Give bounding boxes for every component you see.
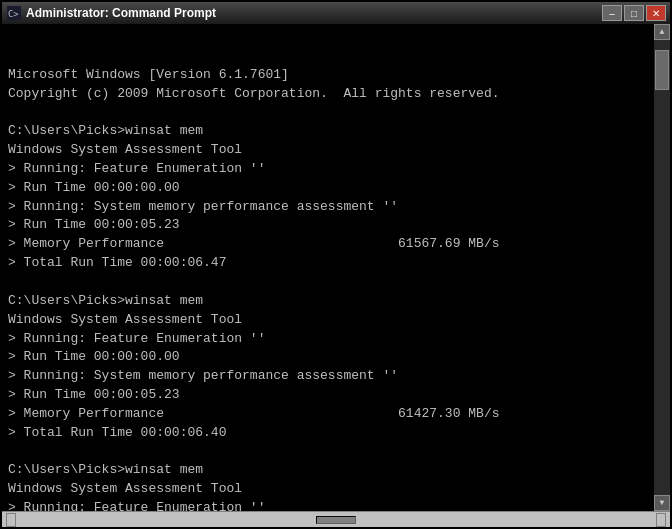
scroll-down-button[interactable]: ▼	[654, 495, 670, 511]
console-line: C:\Users\Picks>winsat mem	[8, 122, 664, 141]
title-bar-title: Administrator: Command Prompt	[26, 6, 216, 20]
console-line: > Memory Performance 61427.30 MB/s	[8, 405, 664, 424]
scroll-track[interactable]	[654, 40, 670, 495]
statusbar	[2, 511, 670, 527]
scroll-thumb[interactable]	[655, 50, 669, 90]
scrollbar[interactable]: ▲ ▼	[654, 24, 670, 511]
console-line: > Total Run Time 00:00:06.40	[8, 424, 664, 443]
console-line	[8, 103, 664, 122]
console-line: C:\Users\Picks>winsat mem	[8, 292, 664, 311]
console-line: > Memory Performance 61567.69 MB/s	[8, 235, 664, 254]
console-line: > Run Time 00:00:00.00	[8, 179, 664, 198]
console-line: C:\Users\Picks>winsat mem	[8, 461, 664, 480]
console-line: > Total Run Time 00:00:06.47	[8, 254, 664, 273]
console-line: Copyright (c) 2009 Microsoft Corporation…	[8, 85, 664, 104]
console-line: > Running: Feature Enumeration ''	[8, 330, 664, 349]
console-line: > Running: Feature Enumeration ''	[8, 499, 664, 511]
console-content: Microsoft Windows [Version 6.1.7601]Copy…	[8, 66, 664, 511]
console-line: Windows System Assessment Tool	[8, 480, 664, 499]
console-line: > Running: Feature Enumeration ''	[8, 160, 664, 179]
minimize-button[interactable]: –	[602, 5, 622, 21]
title-bar-buttons: – □ ✕	[602, 5, 666, 21]
console-line: > Run Time 00:00:05.23	[8, 216, 664, 235]
console-line: > Running: System memory performance ass…	[8, 198, 664, 217]
console-line: Windows System Assessment Tool	[8, 311, 664, 330]
console-line: > Running: System memory performance ass…	[8, 367, 664, 386]
svg-text:C>: C>	[8, 9, 19, 19]
cmd-window: C> Administrator: Command Prompt – □ ✕ M…	[0, 0, 672, 529]
title-bar: C> Administrator: Command Prompt – □ ✕	[2, 2, 670, 24]
console-line	[8, 273, 664, 292]
console-line: > Run Time 00:00:00.00	[8, 348, 664, 367]
statusbar-mid	[16, 516, 656, 524]
console-line: Windows System Assessment Tool	[8, 141, 664, 160]
title-bar-left: C> Administrator: Command Prompt	[6, 5, 216, 21]
statusbar-right	[656, 513, 666, 527]
console-line	[8, 443, 664, 462]
cmd-icon: C>	[6, 5, 22, 21]
console-line: > Run Time 00:00:05.23	[8, 386, 664, 405]
console-line: Microsoft Windows [Version 6.1.7601]	[8, 66, 664, 85]
statusbar-mid-inner	[316, 516, 356, 524]
scroll-up-button[interactable]: ▲	[654, 24, 670, 40]
maximize-button[interactable]: □	[624, 5, 644, 21]
console-body[interactable]: Microsoft Windows [Version 6.1.7601]Copy…	[2, 24, 670, 511]
close-button[interactable]: ✕	[646, 5, 666, 21]
statusbar-left	[6, 513, 16, 527]
